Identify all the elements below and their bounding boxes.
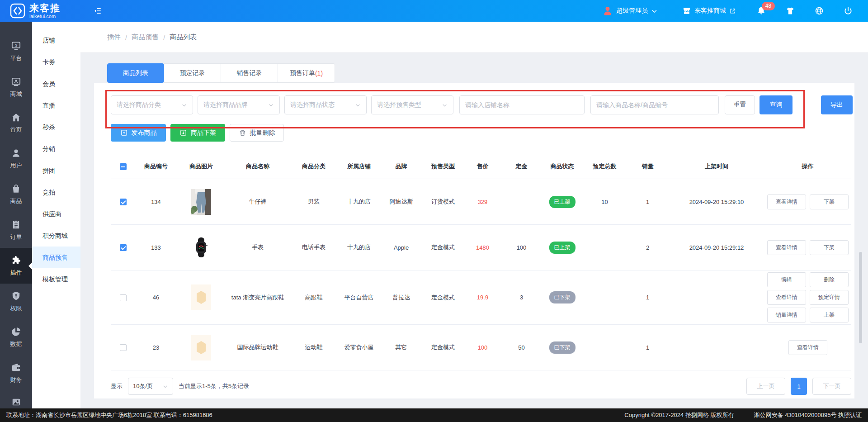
op-button[interactable]: 下架 (810, 240, 849, 255)
rail-item-7[interactable]: 插件 (0, 248, 32, 284)
search-button[interactable]: 查询 (760, 95, 793, 114)
row-checkbox[interactable] (120, 294, 127, 301)
mall-link[interactable]: 来客推商城 (682, 6, 736, 15)
language-button[interactable] (815, 6, 824, 15)
product-name-input[interactable] (590, 95, 719, 114)
chevron-down-icon (442, 102, 448, 108)
op-button[interactable]: 查看详情 (767, 240, 806, 255)
rail-item-5[interactable]: 商品 (0, 176, 32, 212)
tab-1[interactable]: 商品列表 (107, 63, 164, 83)
breadcrumb-item[interactable]: 插件 (107, 33, 121, 42)
op-button[interactable]: 上架 (810, 308, 849, 322)
prev-page-button[interactable]: 上一页 (746, 378, 785, 395)
op-button[interactable]: 下架 (810, 194, 849, 209)
op-button[interactable]: 编辑 (767, 272, 806, 287)
op-button[interactable]: 查看详情 (767, 194, 806, 209)
breadcrumb-separator: / (163, 33, 165, 41)
next-page-button[interactable]: 下一页 (812, 378, 851, 395)
notifications-button[interactable]: 48 (757, 6, 766, 15)
page-size-select[interactable]: 10条/页 (128, 378, 173, 395)
breadcrumb-item[interactable]: 商品预售 (132, 33, 159, 42)
sidebar-item-4[interactable]: 直播 (32, 95, 80, 116)
mall-theme-button[interactable] (786, 6, 795, 15)
rail-item-1[interactable]: S平台 (0, 33, 32, 69)
row-checkbox[interactable] (120, 199, 127, 205)
row-checkbox[interactable] (120, 244, 127, 251)
admin-menu[interactable]: 超级管理员 (602, 5, 658, 16)
monitor-s-icon: S (11, 41, 21, 51)
bag-icon (11, 184, 21, 194)
export-button[interactable]: 导出 (821, 95, 853, 114)
puzzle-icon (11, 255, 21, 266)
tab-label: 预定记录 (180, 69, 205, 77)
batch-delete-button[interactable]: 批量删除 (230, 124, 284, 142)
product-name: 牛仔裤 (226, 179, 289, 225)
tab-4[interactable]: 预售订单(1) (278, 63, 335, 83)
tab-3[interactable]: 销售记录 (221, 63, 278, 83)
chevron-down-icon (355, 102, 361, 108)
row-checkbox[interactable] (120, 344, 127, 351)
brand: 阿迪达斯 (380, 179, 423, 225)
rail-item-9[interactable]: 数据 (0, 319, 32, 355)
trash-icon (239, 129, 246, 137)
rail-item-4[interactable]: 用户 (0, 141, 32, 176)
pie-icon (11, 327, 21, 337)
sidebar-item-11[interactable]: 商品预售 (32, 247, 80, 268)
actions-cell: 编辑删除查看详情预定详情销量详情上架 (764, 270, 851, 325)
rail-item-8[interactable]: 权限 (0, 284, 32, 319)
rail-item-label: 商品 (10, 197, 22, 205)
rail-item-2[interactable]: 商城 (0, 69, 32, 105)
sidebar-item-5[interactable]: 秒杀 (32, 116, 80, 138)
sidebar-item-10[interactable]: 积分商城 (32, 225, 80, 247)
sidebar-item-6[interactable]: 分销 (32, 138, 80, 160)
chevron-down-icon (268, 102, 274, 108)
publish-product-button[interactable]: 发布商品 (111, 124, 166, 142)
sidebar-item-8[interactable]: 竞拍 (32, 181, 80, 203)
offshelf-product-button[interactable]: 商品下架 (170, 124, 225, 142)
footer-copyright: Copyright ©2017-2024 拾捌网络 版权所有 (624, 411, 734, 419)
reset-button[interactable]: 重置 (725, 95, 755, 114)
status-cell: 已下架 (541, 270, 583, 325)
status-cell: 已下架 (541, 325, 583, 370)
tab-label: 销售记录 (237, 69, 262, 77)
op-button[interactable]: 查看详情 (788, 340, 827, 355)
sidebar-item-2[interactable]: 卡券 (32, 51, 80, 73)
logout-button[interactable] (844, 6, 853, 15)
vertical-scrollbar[interactable] (859, 252, 862, 343)
filter-select-4[interactable]: 请选择预售类型 (371, 95, 453, 114)
current-page-button[interactable]: 1 (791, 378, 807, 395)
rail-item-3[interactable]: 首页 (0, 105, 32, 141)
rail-item-6[interactable]: 订单 (0, 212, 32, 248)
op-button[interactable]: 预定详情 (810, 290, 849, 305)
sidebar-item-12[interactable]: 模板管理 (32, 268, 80, 290)
filter-select-3[interactable]: 请选择商品状态 (284, 95, 367, 114)
product-id: 133 (136, 225, 176, 270)
sidebar-collapse-icon[interactable] (93, 7, 102, 15)
sidebar-item-3[interactable]: 会员 (32, 73, 80, 95)
sales-count: 1 (626, 325, 669, 370)
op-button[interactable]: 查看详情 (767, 290, 806, 305)
op-button[interactable]: 销量详情 (767, 308, 806, 322)
plus-square-icon (120, 129, 128, 137)
logo-title: 来客推 (29, 3, 61, 13)
select-all-checkbox[interactable] (120, 163, 127, 170)
deposit (502, 179, 541, 225)
status-badge: 已下架 (549, 341, 576, 354)
table-row: 133手表电话手表十九的店Apple定金模式1480100已上架22024-09… (111, 225, 851, 270)
watch-photo (177, 237, 226, 258)
chevron-down-icon (162, 384, 168, 389)
storefront-icon (682, 6, 691, 15)
filter-select-1[interactable]: 请选择商品分类 (111, 95, 193, 114)
app-logo: 来客推 laiketui.com (0, 3, 80, 19)
op-button[interactable]: 删除 (810, 272, 849, 287)
sidebar-item-9[interactable]: 供应商 (32, 203, 80, 225)
sidebar-item-1[interactable]: 店铺 (32, 29, 80, 51)
rail-item-label: 用户 (10, 161, 22, 170)
order-icon (11, 219, 21, 230)
status-cell: 已上架 (541, 225, 583, 270)
rail-item-10[interactable]: 财务 (0, 355, 32, 391)
shop-name-input[interactable] (459, 95, 585, 114)
sidebar-item-7[interactable]: 拼团 (32, 160, 80, 181)
tab-2[interactable]: 预定记录 (164, 63, 221, 83)
filter-select-2[interactable]: 请选择商品品牌 (198, 95, 280, 114)
